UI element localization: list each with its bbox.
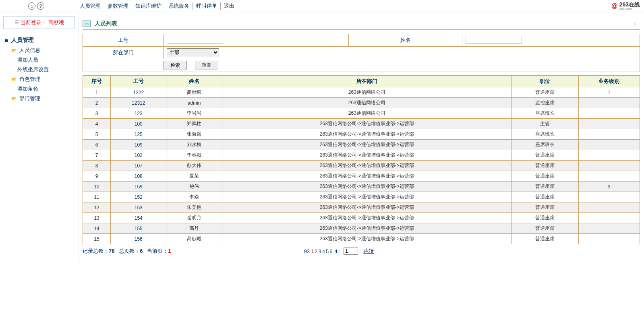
cell: 6 [83, 140, 111, 150]
cell: 263通信网络公司->通信增值事业部->运营部 [222, 129, 511, 140]
cell-empid-link[interactable]: 152 [111, 192, 166, 202]
cell: 普通座席 [511, 202, 578, 213]
sidebar-item-add-person[interactable]: 添加人员 [3, 55, 75, 65]
cell: 263通信网络公司->通信增值事业部->运营部 [222, 182, 511, 192]
table-row[interactable]: 10159鲍伟263通信网络公司->通信增值事业部->运营部普通座席3 [83, 182, 640, 192]
pager-page-link[interactable]: 2 [314, 248, 318, 254]
input-name[interactable] [466, 36, 522, 44]
pager-nav-prefix: 93 [304, 248, 310, 254]
cell: 1 [578, 87, 640, 98]
sidebar-item-outside-seat[interactable]: 外线坐席设置 [3, 65, 75, 74]
nav-params[interactable]: 参数管理 [104, 2, 132, 10]
content: ▭ 人员列表 › 工号 姓名 所在部门 全部 [79, 12, 644, 263]
cell [578, 119, 640, 129]
cell: 普通座席 [511, 223, 578, 234]
nav-cdr[interactable]: 呼叫详单 [193, 2, 221, 10]
table-row[interactable]: 15156高献曦263通信网络公司->通信增值事业部->运营部普通座席 [83, 234, 640, 244]
cell-empid-link[interactable]: 100 [111, 119, 166, 129]
table-row[interactable]: 11152李焱263通信网络公司->通信增值事业部->运营部普通座席 [83, 192, 640, 202]
pager-jump[interactable]: 跳转 [363, 248, 374, 255]
cell: 7 [83, 150, 111, 161]
table-row[interactable]: 6109刘永梅263通信网络公司->通信增值事业部->运营部座席班长 [83, 140, 640, 150]
input-emp-id[interactable] [167, 36, 223, 44]
cell: 监控座席 [511, 98, 578, 108]
cell-empid-link[interactable]: 155 [111, 223, 166, 234]
cell-empid-link[interactable]: 102 [111, 150, 166, 161]
table-row[interactable]: 9108夏茉263通信网络公司->通信增值事业部->运营部普通座席 [83, 171, 640, 182]
folder-icon: 📂 [11, 96, 17, 101]
cell-empid-link[interactable]: 123 [111, 108, 166, 119]
cell: 263通信网络公司->通信增值事业部->运营部 [222, 150, 511, 161]
data-table: 序号工号姓名所在部门职位业务级别 11222高献曦263通信网络公司普通座席12… [83, 75, 640, 244]
pager-page-link[interactable]: 6 [329, 248, 333, 254]
cell-empid-link[interactable]: 108 [111, 171, 166, 182]
cell [578, 192, 640, 202]
cell: 5 [83, 129, 111, 140]
table-row[interactable]: 7102李春娥263通信网络公司->通信增值事业部->运营部普通座席 [83, 150, 640, 161]
sidebar-item-role-mgmt[interactable]: 📂 角色管理 [3, 74, 75, 84]
home-icon[interactable]: ⌂ [28, 2, 35, 10]
cell-empid-link[interactable]: 125 [111, 129, 166, 140]
nav-system[interactable]: 系统服务 [165, 2, 193, 10]
login-user: 高献曦 [48, 19, 64, 26]
cell: 普通座席 [511, 234, 578, 244]
table-row[interactable]: 4100郑凤柱263通信网络公司->通信增值事业部->运营部主管 [83, 119, 640, 129]
table-row[interactable]: 212312admin263通信网络公司监控座席 [83, 98, 640, 108]
cell-empid-link[interactable]: 12312 [111, 98, 166, 108]
cell: 岳明月 [166, 213, 222, 223]
btn-reset[interactable]: 重置 [195, 61, 218, 70]
nav-logout[interactable]: 退出 [221, 2, 238, 10]
cell-empid-link[interactable]: 153 [111, 202, 166, 213]
cell: 9 [83, 171, 111, 182]
sidebar-item-dept-mgmt[interactable]: 📂 部门管理 [3, 94, 75, 103]
table-row[interactable]: 12153朱美艳263通信网络公司->通信增值事业部->运营部普通座席 [83, 202, 640, 213]
cell: 263通信网络公司->通信增值事业部->运营部 [222, 161, 511, 171]
search-form: 工号 姓名 所在部门 全部 检索 重置 [83, 34, 640, 72]
login-prefix: 当前登录： [21, 19, 47, 26]
section-title: 人员列表 [95, 20, 117, 27]
cell: 座席班长 [511, 108, 578, 119]
table-row[interactable]: 14155高丹263通信网络公司->通信增值事业部->运营部普通座席 [83, 223, 640, 234]
table-row[interactable]: 11222高献曦263通信网络公司普通座席1 [83, 87, 640, 98]
table-row[interactable]: 3123李岩岩263通信网络公司座席班长 [83, 108, 640, 119]
pager-input[interactable] [344, 248, 358, 255]
cell: 263通信网络公司->通信增值事业部->运营部 [222, 202, 511, 213]
cell-empid-link[interactable]: 109 [111, 140, 166, 150]
cell: 高丹 [166, 223, 222, 234]
cell: 263通信网络公司->通信增值事业部->运营部 [222, 119, 511, 129]
chevron-right-icon[interactable]: › [634, 21, 640, 27]
sidebar-item-add-role[interactable]: 添加角色 [3, 84, 75, 94]
sidebar-item-person-info[interactable]: 📂 人员信息 [3, 45, 75, 55]
col-header: 业务级别 [578, 76, 640, 87]
cell-empid-link[interactable]: 156 [111, 234, 166, 244]
select-dept[interactable]: 全部 [167, 48, 219, 56]
nav-kb[interactable]: 知识库维护 [132, 2, 165, 10]
table-row[interactable]: 13154岳明月263通信网络公司->通信增值事业部->运营部普通座席 [83, 213, 640, 223]
cell: 263通信网络公司 [222, 87, 511, 98]
cell: 高献曦 [166, 87, 222, 98]
cell: 13 [83, 213, 111, 223]
cell: 张海谿 [166, 129, 222, 140]
top-nav: 人员管理 参数管理 知识库维护 系统服务 呼叫详单 退出 [77, 2, 238, 10]
table-row[interactable]: 8107彭大伟263通信网络公司->通信增值事业部->运营部普通座席 [83, 161, 640, 171]
table-row[interactable]: 5125张海谿263通信网络公司->通信增值事业部->运营部座席班长 [83, 129, 640, 140]
cell: 1 [83, 87, 111, 98]
pager-page-link[interactable]: 4 [322, 248, 325, 254]
cell [578, 98, 640, 108]
cell-empid-link[interactable]: 1222 [111, 87, 166, 98]
cell-empid-link[interactable]: 159 [111, 182, 166, 192]
cell-empid-link[interactable]: 154 [111, 213, 166, 223]
cell-empid-link[interactable]: 107 [111, 161, 166, 171]
sidebar-root-personnel[interactable]: 🖥 人员管理 [3, 35, 75, 45]
cell [578, 140, 640, 150]
nav-personnel[interactable]: 人员管理 [77, 2, 104, 10]
pager: 记录总数：78 总页数：6 当前页：1 931234564: 跳转 [83, 248, 640, 255]
cell: 263通信网络公司->通信增值事业部->运营部 [222, 213, 511, 223]
pager-page-link[interactable]: 3 [318, 248, 322, 254]
list-icon: ▭ [83, 21, 91, 27]
pager-page-link[interactable]: 5 [325, 248, 329, 254]
cell [578, 213, 640, 223]
col-header: 姓名 [166, 76, 222, 87]
help-icon[interactable]: ? [37, 2, 44, 10]
btn-search[interactable]: 检索 [164, 61, 187, 70]
